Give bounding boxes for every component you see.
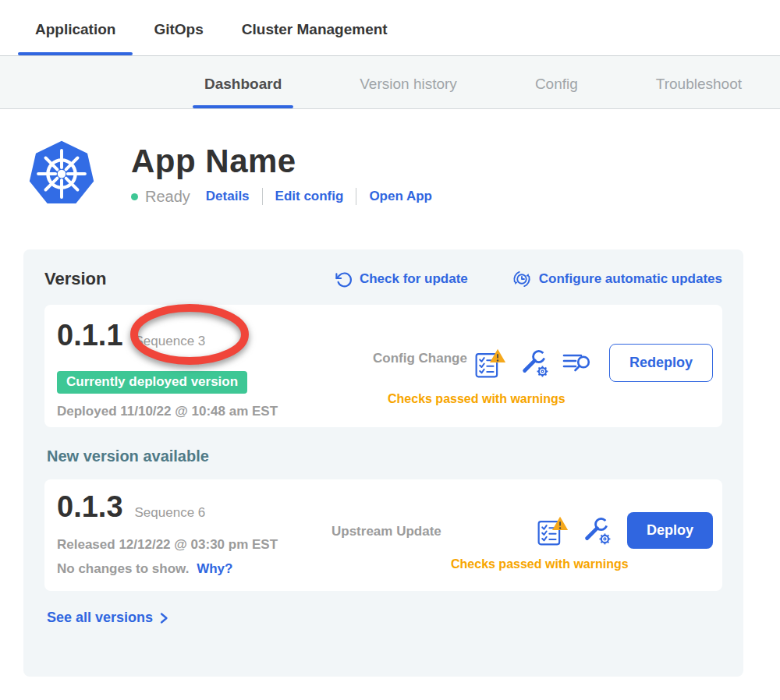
wrench-gear-icon[interactable]	[519, 348, 549, 378]
see-all-versions-label: See all versions	[47, 610, 153, 626]
refresh-icon	[335, 270, 353, 288]
currently-deployed-badge: Currently deployed version	[57, 371, 247, 394]
nav-tab-application[interactable]: Application	[18, 21, 133, 55]
primary-nav: Application GitOps Cluster Management	[0, 0, 780, 56]
tab-dashboard[interactable]: Dashboard	[193, 76, 293, 108]
file-search-icon[interactable]	[562, 352, 594, 375]
app-status: Ready	[145, 188, 190, 206]
status-dot	[131, 193, 138, 200]
configure-automatic-updates-link[interactable]: Configure automatic updates	[512, 269, 722, 289]
nav-tab-gitops[interactable]: GitOps	[136, 21, 220, 55]
deployed-version-card: 0.1.1 Sequence 3 Currently deployed vers…	[44, 305, 722, 427]
deployed-source-label: Config Change	[373, 351, 467, 366]
check-for-update-label: Check for update	[360, 271, 468, 287]
see-all-versions-link[interactable]: See all versions	[47, 610, 169, 626]
open-app-link[interactable]: Open App	[369, 189, 432, 204]
check-for-update-link[interactable]: Check for update	[335, 270, 468, 288]
app-header: App Name Ready Details Edit config Open …	[27, 139, 780, 209]
deployed-version-number: 0.1.1	[57, 317, 123, 353]
tab-troubleshoot[interactable]: Troubleshoot	[644, 76, 753, 108]
deploy-button[interactable]: Deploy	[627, 512, 713, 549]
tab-config[interactable]: Config	[523, 76, 590, 108]
preflight-checks-icon[interactable]	[536, 514, 569, 547]
chevron-right-icon	[158, 612, 169, 624]
page-title: App Name	[131, 143, 432, 180]
divider	[262, 188, 263, 205]
why-link[interactable]: Why?	[197, 561, 232, 576]
preflight-checks-icon[interactable]	[473, 347, 506, 380]
available-source-label: Upstream Update	[332, 524, 441, 539]
deployed-date: Deployed 11/10/22 @ 10:48 am EST	[57, 404, 710, 419]
available-version-number: 0.1.3	[57, 489, 123, 525]
available-version-card: 0.1.3 Sequence 6 Released 12/12/22 @ 03:…	[44, 479, 722, 591]
kubernetes-logo-icon	[27, 139, 96, 209]
app-sub-nav: Dashboard Version history Config Trouble…	[0, 56, 780, 109]
deployed-sequence-label: Sequence 3	[135, 323, 206, 359]
version-panel: Version Check for update Configure	[23, 249, 743, 677]
nav-tab-cluster-management[interactable]: Cluster Management	[225, 21, 405, 55]
available-checks-status: Checks passed with warnings	[451, 557, 629, 571]
configure-automatic-updates-label: Configure automatic updates	[539, 271, 722, 287]
available-sequence-label: Sequence 6	[135, 495, 206, 531]
clock-sync-icon	[512, 269, 532, 289]
wrench-gear-icon[interactable]	[582, 516, 612, 546]
deployed-checks-status: Checks passed with warnings	[388, 392, 566, 406]
divider	[356, 188, 356, 205]
details-link[interactable]: Details	[206, 189, 250, 204]
tab-version-history[interactable]: Version history	[348, 76, 469, 108]
redeploy-button[interactable]: Redeploy	[609, 344, 713, 382]
new-version-heading: New version available	[47, 447, 722, 465]
edit-config-link[interactable]: Edit config	[275, 189, 344, 204]
version-panel-title: Version	[44, 269, 106, 289]
no-changes-text: No changes to show.	[57, 561, 189, 576]
